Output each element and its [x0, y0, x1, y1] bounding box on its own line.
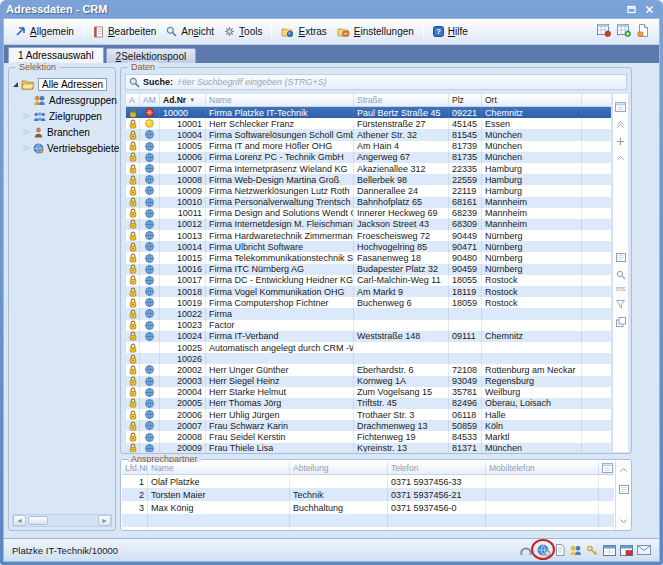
cell-am: [140, 353, 160, 364]
scrollbar-thumb[interactable]: [28, 516, 48, 525]
table-add-icon: [617, 24, 631, 37]
address-row-10026[interactable]: 10026: [126, 353, 611, 364]
address-row-10023[interactable]: 10023Factor: [126, 320, 611, 331]
contacts-column-header-abteilung[interactable]: Abteilung: [290, 462, 388, 474]
column-header-name[interactable]: Name: [206, 94, 354, 106]
address-row-20007[interactable]: 20007Frau Schwarz KarinDrachmenweg 13508…: [126, 420, 611, 431]
menu-item-extras[interactable]: Extras: [276, 23, 331, 40]
status-window-red-icon[interactable]: [620, 545, 633, 556]
column-header-ort[interactable]: Ort: [482, 94, 582, 106]
address-row-20008[interactable]: 20008Frau Seidel KerstinFichtenweg 19845…: [126, 431, 611, 442]
status-document-icon[interactable]: [555, 544, 565, 556]
address-row-10004[interactable]: 10004Firma Softwarelösungen Scholl GmbHA…: [126, 129, 611, 140]
filter-button[interactable]: [616, 296, 625, 309]
contacts-column-header-telefon[interactable]: Telefon: [388, 462, 486, 474]
status-users-icon[interactable]: [569, 545, 582, 556]
restore-button[interactable]: [624, 3, 639, 16]
menu-item-ansicht[interactable]: Ansicht: [161, 23, 219, 40]
menu-item-einstellungen[interactable]: Einstellungen: [332, 23, 419, 40]
address-row-10015[interactable]: 10015Firma Telekommunikationstechnik Sei…: [126, 252, 611, 263]
address-row-10006[interactable]: 10006Firma Lorenz PC - Technik GmbHAnger…: [126, 152, 611, 163]
column-chooser-button[interactable]: [615, 98, 626, 112]
address-row-20004[interactable]: 20004Herr Starke HelmutZum Vogelsang 153…: [126, 387, 611, 398]
scroll-up-button[interactable]: [616, 150, 625, 161]
address-row-20003[interactable]: 20003Herr Siegel HeinzKornweg 1A93049Reg…: [126, 376, 611, 387]
tree-expander-open-icon[interactable]: [13, 82, 18, 87]
menu-item-tools[interactable]: Tools: [219, 23, 267, 40]
address-row-20009[interactable]: 20009Frau Thiele LisaKyreinstr. 1381371M…: [126, 443, 611, 452]
address-row-10008[interactable]: 10008Firma Web-Design Martina GroßBeller…: [126, 174, 611, 185]
close-button[interactable]: [642, 3, 657, 16]
column-header-strasse[interactable]: Straße: [354, 94, 449, 106]
address-row-10014[interactable]: 10014Firma Ulbricht SoftwareHochvogelrin…: [126, 241, 611, 252]
address-row-10009[interactable]: 10009Firma Netzwerklösungen Lutz RothDan…: [126, 185, 611, 196]
address-row-10013[interactable]: 10013Firma Hardwaretechnik Zimmerman OHG…: [126, 230, 611, 241]
tree-expander-closed-icon[interactable]: ▷: [23, 112, 30, 120]
table-add-button[interactable]: [617, 24, 631, 39]
address-row-10007[interactable]: 10007Firma Internetpräsenz Wieland KGAka…: [126, 163, 611, 174]
tree-item-adressgruppen[interactable]: Adressgruppen: [11, 92, 113, 108]
address-row-10000[interactable]: 10000Firma Platzke IT-TechnikPaul Bertz …: [126, 107, 611, 118]
address-row-10016[interactable]: 10016Firma ITC Nürnberg AGBudapester Pla…: [126, 264, 611, 275]
column-header-a[interactable]: A: [126, 94, 140, 106]
address-row-10024[interactable]: 10024Firma IT-VerbandWeststraße 14809111…: [126, 331, 611, 342]
contacts-scroll-up-button[interactable]: [619, 466, 628, 473]
search-input[interactable]: Suche: Hier Suchbegriff eingeben (STRG+S…: [125, 74, 627, 90]
status-keys-icon[interactable]: [586, 545, 599, 556]
scroll-left-icon[interactable]: ◄: [13, 515, 26, 526]
tree-item-vertriebsgebiete[interactable]: ▷Vertriebsgebiete: [11, 140, 113, 156]
menu-item-bearbeiten[interactable]: Bearbeiten: [88, 23, 161, 41]
address-row-10012[interactable]: 10012Firma Internetdesign M. Fleischmann…: [126, 219, 611, 230]
cell-am: [140, 376, 160, 387]
address-row-10022[interactable]: 10022Firma: [126, 308, 611, 319]
expand-button[interactable]: [616, 133, 625, 146]
cell-strasse: Paul Bertz Straße 45: [354, 107, 449, 118]
contacts-column-header-ch[interactable]: [599, 462, 614, 474]
address-row-20002[interactable]: 20002Herr Unger GüntherEberhardstr. 6721…: [126, 364, 611, 375]
table-red-button[interactable]: [597, 24, 611, 39]
tree-expander-closed-icon[interactable]: ▷: [23, 128, 30, 136]
column-header-nr[interactable]: Ad.Nr▼: [160, 94, 206, 106]
address-row-10019[interactable]: 10019Firma Computershop FichtnerBuchenwe…: [126, 297, 611, 308]
column-header-extra[interactable]: [582, 94, 611, 106]
address-row-10025[interactable]: 10025Automatisch angelegt durch CRM -Wie…: [126, 342, 611, 353]
contacts-card-view-button[interactable]: [619, 485, 629, 494]
address-row-10018[interactable]: 10018Firma Vogel Kommunikation OHGAm Mar…: [126, 286, 611, 297]
tab-1[interactable]: 1 Adressauswahl: [8, 47, 104, 63]
address-row-20005[interactable]: 20005Herr Thomas JörgTriftstr. 4582496Ob…: [126, 398, 611, 409]
status-mail-icon[interactable]: [637, 545, 651, 555]
address-row-20006[interactable]: 20006Herr Uhlig JürgenTrothaer Str. 3061…: [126, 409, 611, 420]
contact-row-3[interactable]: 3Max KönigBuchhaltung0371 5937456-0: [122, 501, 614, 514]
ms-icon[interactable]: ms: [616, 285, 625, 292]
address-row-10017[interactable]: 10017Firma DC - Entwicklung Heidner KGCa…: [126, 275, 611, 286]
address-row-10005[interactable]: 10005Firma IT and more Höfler OHGAm Hain…: [126, 141, 611, 152]
address-row-10010[interactable]: 10010Firma Personalverwaltung Trentsch G…: [126, 197, 611, 208]
card-view-button[interactable]: [616, 249, 626, 262]
tab-2[interactable]: 2 Selektionspool: [106, 48, 197, 63]
layout-button[interactable]: [616, 313, 626, 327]
help-icon: ?: [433, 26, 444, 37]
address-row-10001[interactable]: 10001Herr Schlecker FranzFürstenstraße 2…: [126, 118, 611, 129]
menu-item-allgemein[interactable]: Allgemein: [10, 23, 79, 40]
column-header-plz[interactable]: Plz: [449, 94, 482, 106]
contacts-column-header-mobil[interactable]: Mobiltelefon: [486, 462, 599, 474]
contacts-scroll-down-button[interactable]: [619, 518, 628, 525]
contact-row-2[interactable]: 2Torsten MaierTechnik0371 5937456-21: [122, 488, 614, 501]
new-page-button[interactable]: [637, 24, 649, 39]
zoom-button[interactable]: [616, 266, 626, 280]
contacts-column-header-name[interactable]: Name: [148, 462, 290, 474]
tree-item-alle-adressen[interactable]: Alle Adressen: [11, 76, 113, 92]
status-globe-gear-icon[interactable]: [537, 544, 551, 557]
status-window-grid-icon[interactable]: [603, 545, 616, 556]
tree-expander-closed-icon[interactable]: ▷: [23, 144, 30, 152]
address-row-10011[interactable]: 10011Firma Design and Solutions Wendt Gm…: [126, 208, 611, 219]
tree-item-zielgruppen[interactable]: ▷Zielgruppen: [11, 108, 113, 124]
tree-horizontal-scrollbar[interactable]: ◄ ►: [12, 514, 112, 527]
tree-item-branchen[interactable]: ▷Branchen: [11, 124, 113, 140]
menu-item-hilfe[interactable]: ?Hilfe: [428, 23, 473, 40]
contacts-column-header-nr[interactable]: Lfd.Nr.: [122, 462, 148, 474]
contact-row-1[interactable]: 1Olaf Platzke0371 5937456-33: [122, 475, 614, 488]
column-header-am[interactable]: AM: [140, 94, 160, 106]
scroll-right-icon[interactable]: ►: [98, 515, 111, 526]
scroll-top-button[interactable]: [616, 116, 625, 129]
